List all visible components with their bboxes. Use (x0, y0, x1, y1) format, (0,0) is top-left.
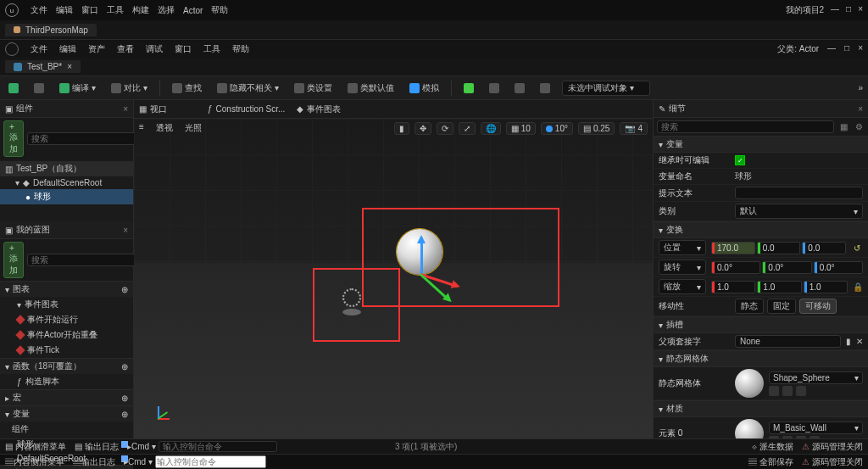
menu-actor[interactable]: Actor (183, 6, 203, 15)
details-search-input[interactable] (657, 120, 834, 133)
skip-button[interactable] (486, 81, 503, 95)
rot-x[interactable]: 0.0° (715, 262, 760, 273)
tree-item-sceneroot[interactable]: ▾◆DefaultSceneRoot (0, 176, 133, 189)
category-variable[interactable]: ▾变量 (654, 136, 868, 153)
browse-icon[interactable] (782, 436, 793, 439)
add-mybp-button[interactable]: + 添加 (3, 242, 24, 278)
node-constructionscript[interactable]: ƒ构造脚本 (0, 374, 133, 389)
mat-thumbnail[interactable] (735, 419, 764, 438)
toolbar-chevrons-icon[interactable]: » (858, 83, 863, 92)
max-button[interactable]: □ (846, 4, 851, 16)
event-actoroverlap[interactable]: 事件Actor开始重叠 (0, 327, 133, 343)
rotation-vector[interactable]: 0.0° 0.0° 0.0° (711, 261, 863, 274)
menu-tools[interactable]: 工具 (107, 4, 124, 16)
close-icon[interactable]: × (123, 226, 128, 235)
translate-mode-button[interactable]: ✥ (415, 122, 431, 135)
diff-button[interactable]: 对比▾ (108, 81, 151, 96)
max-button[interactable]: □ (844, 43, 849, 55)
class-settings-button[interactable]: 类设置 (291, 81, 336, 96)
details-panel-header[interactable]: ✎ 细节 × (654, 100, 868, 118)
find-button[interactable]: 查找 (169, 81, 205, 96)
tab-constructionscript[interactable]: ƒConstruction Scr... (208, 104, 285, 114)
components-panel-header[interactable]: ▣ 组件 × (0, 100, 133, 118)
close-button[interactable]: × (858, 43, 863, 55)
menu-tools[interactable]: 工具 (203, 43, 220, 55)
hide-unrelated-button[interactable]: 隐藏不相关▾ (214, 81, 282, 96)
var-name-value[interactable]: 球形 (735, 170, 863, 182)
category-staticmesh[interactable]: ▾静态网格体 (654, 350, 868, 367)
loc-z[interactable]: 0.0 (805, 243, 845, 254)
viewport-menu-button[interactable]: ≡ (139, 122, 144, 134)
menu-select[interactable]: 选择 (158, 4, 175, 16)
mobility-stationary[interactable]: 固定 (767, 299, 796, 314)
level-tab[interactable]: ThirdPersonMap (5, 24, 97, 36)
browse-icon[interactable] (782, 386, 793, 396)
select-mode-button[interactable]: ▮ (394, 122, 409, 135)
category-macros[interactable]: ▸宏⊕ (0, 390, 133, 405)
coord-space-button[interactable]: 🌐 (481, 122, 501, 135)
class-defaults-button[interactable]: 类默认值 (344, 81, 398, 96)
category-variables[interactable]: ▾变量⊕ (0, 406, 133, 422)
menu-window[interactable]: 窗口 (81, 4, 98, 16)
reset-icon[interactable] (796, 386, 806, 396)
reset-location-icon[interactable]: ↺ (851, 243, 863, 253)
mobility-static[interactable]: 静态 (735, 299, 764, 314)
extra-icon[interactable] (810, 436, 820, 439)
debug-object-dropdown[interactable]: 未选中调试对象 ▾ (562, 81, 650, 96)
category-socket[interactable]: ▾插槽 (654, 316, 868, 333)
angle-snap-button[interactable]: 10° (541, 122, 573, 135)
save-button[interactable] (5, 81, 22, 95)
camera-speed-button[interactable]: 📷 4 (620, 122, 648, 135)
output-log-button[interactable]: ▤输出日志 (73, 456, 115, 468)
lock-icon[interactable]: 🔒 (853, 282, 863, 292)
scl-y[interactable]: 1.0 (760, 282, 800, 293)
play-button[interactable] (460, 81, 477, 95)
use-icon[interactable] (769, 436, 779, 439)
mybp-panel-header[interactable]: ▣ 我的蓝图 × (0, 221, 133, 239)
close-icon[interactable]: × (858, 104, 863, 114)
min-button[interactable]: — (831, 4, 839, 16)
console-input[interactable] (155, 455, 266, 468)
content-drawer-button[interactable]: ▤内容侧滑菜单 (5, 456, 64, 468)
location-vector[interactable]: 170.0 0.0 0.0 (711, 242, 846, 254)
menu-edit[interactable]: 编辑 (56, 4, 73, 16)
category-functions[interactable]: ▾函数（18可覆盖）⊕ (0, 359, 133, 374)
category-materials[interactable]: ▾材质 (654, 400, 868, 417)
category-graphs[interactable]: ▾图表⊕ (0, 282, 133, 297)
add-component-button[interactable]: + 添加 (3, 120, 24, 157)
browse-button[interactable] (31, 81, 47, 95)
grid-snap-button[interactable]: ▦ 10 (506, 122, 536, 135)
sm-thumbnail[interactable] (735, 369, 764, 398)
sm-asset-dropdown[interactable]: Shape_Sphere▾ (769, 371, 863, 384)
location-label[interactable]: 位置▾ (659, 240, 706, 255)
mat-asset-dropdown[interactable]: M_Basic_Wall▾ (769, 422, 863, 434)
close-icon[interactable]: × (123, 104, 128, 114)
browse-icon[interactable]: ▮ (846, 337, 851, 346)
tab-close-icon[interactable]: × (67, 62, 72, 71)
menu-file[interactable]: 文件 (31, 43, 47, 55)
output-log-button[interactable]: ▤输出日志 (75, 441, 119, 453)
parent-socket-value[interactable]: None (735, 335, 841, 348)
rot-y[interactable]: 0.0° (765, 262, 810, 273)
tab-viewport[interactable]: ▦视口 (139, 103, 167, 115)
rotation-label[interactable]: 旋转▾ (659, 260, 706, 275)
mobility-movable[interactable]: 可移动 (799, 299, 837, 314)
viewport[interactable]: ≡ 透视 光照 ▮ ✥ ⟳ ⤢ 🌐 ▦ 10 10° ▤ 0.25 📷 4 (134, 119, 653, 438)
scale-snap-button[interactable]: ▤ 0.25 (578, 122, 615, 135)
rot-z[interactable]: 0.0° (817, 262, 862, 273)
menu-build[interactable]: 构建 (132, 4, 149, 16)
category-dropdown[interactable]: 默认▾ (735, 204, 863, 219)
menu-edit[interactable]: 编辑 (59, 43, 76, 55)
scl-z[interactable]: 1.0 (807, 282, 847, 293)
gear-icon[interactable]: ⚙ (853, 122, 865, 131)
menu-debug[interactable]: 调试 (146, 43, 163, 55)
reset-icon[interactable] (796, 436, 806, 439)
console-input[interactable] (159, 441, 277, 452)
parent-class[interactable]: 父类: Actor (777, 43, 819, 55)
filter-icon[interactable]: ▦ (837, 122, 849, 131)
stop-button[interactable] (511, 81, 528, 95)
scl-x[interactable]: 1.0 (715, 282, 754, 293)
content-drawer-button[interactable]: ▤内容侧滑菜单 (5, 441, 66, 453)
gizmo-z-axis[interactable] (420, 237, 423, 273)
scale-mode-button[interactable]: ⤢ (459, 122, 476, 135)
